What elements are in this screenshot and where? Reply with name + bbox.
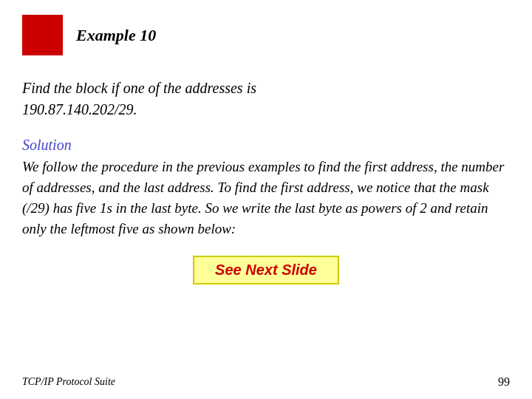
footer-left-text: TCP/IP Protocol Suite [22,376,115,388]
example-title: Example 10 [76,26,156,45]
slide-container: Example 10 Find the block if one of the … [0,0,532,399]
button-container: See Next Slide [22,256,510,284]
header-row: Example 10 [22,15,510,55]
solution-label: Solution [22,137,510,154]
find-line2: 190.87.140.202/29. [22,101,137,117]
solution-body: We follow the procedure in the previous … [22,157,510,239]
footer-page-number: 99 [498,375,510,389]
see-next-slide-button[interactable]: See Next Slide [193,256,339,284]
find-block: Find the block if one of the addresses i… [22,78,510,120]
find-line1: Find the block if one of the addresses i… [22,80,256,96]
footer: TCP/IP Protocol Suite 99 [22,375,510,389]
red-square-decoration [22,15,63,55]
